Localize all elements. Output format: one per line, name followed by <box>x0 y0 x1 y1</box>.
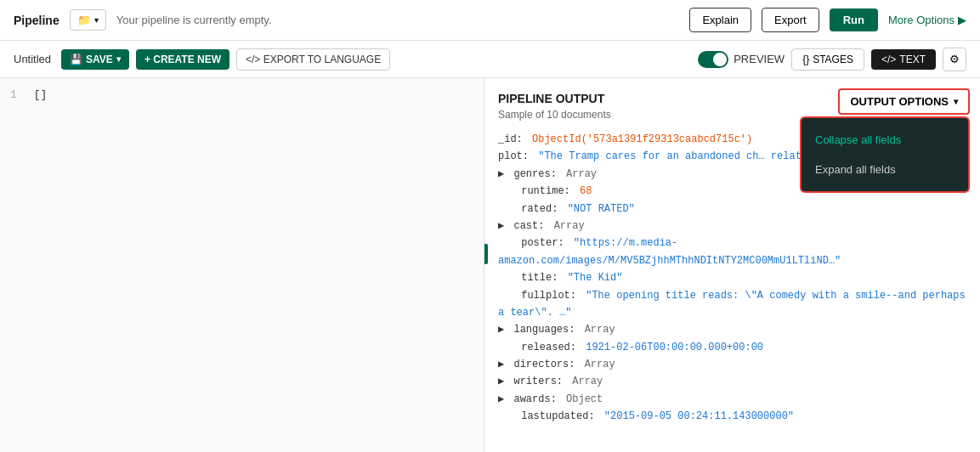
output-options-label: OUTPUT OPTIONS <box>850 95 949 108</box>
create-new-button[interactable]: + CREATE NEW <box>136 49 229 70</box>
field-released: released: 1921-02-06T00:00:00.000+00:00 <box>498 339 966 356</box>
second-toolbar: Untitled 💾 SAVE ▾ + CREATE NEW </> EXPOR… <box>0 41 980 78</box>
directors-arrow[interactable]: ▶ <box>498 359 504 370</box>
line-number-1: 1 <box>10 88 17 101</box>
title-key: title: <box>521 272 558 284</box>
untitled-label: Untitled <box>14 53 51 65</box>
text-label: TEXT <box>899 54 926 65</box>
green-bar <box>484 244 488 264</box>
save-chevron-icon: ▾ <box>116 54 121 64</box>
awards-arrow[interactable]: ▶ <box>498 393 504 405</box>
genres-arrow[interactable]: ▶ <box>498 168 504 180</box>
editor-line-1: 1 [] <box>10 88 473 101</box>
stages-label: STAGES <box>813 54 853 65</box>
folder-button[interactable]: 📁 ▾ <box>70 9 106 31</box>
save-icon: 💾 <box>70 54 82 65</box>
genres-value: Array <box>566 168 597 180</box>
field-awards: ▶ awards: Object <box>498 391 966 408</box>
explain-button[interactable]: Explain <box>689 8 751 32</box>
directors-value: Array <box>585 359 615 370</box>
writers-arrow[interactable]: ▶ <box>498 376 504 387</box>
top-toolbar: Pipeline 📁 ▾ Your pipeline is currently … <box>0 0 980 41</box>
id-value: ObjectId('573a1391f29313caabcd715c') <box>532 133 752 145</box>
output-options-button[interactable]: OUTPUT OPTIONS ▾ <box>838 88 970 115</box>
run-button[interactable]: Run <box>830 8 878 31</box>
cast-arrow[interactable]: ▶ <box>498 220 504 232</box>
pipeline-status: Your pipeline is currently empty. <box>116 14 680 26</box>
title-value: "The Kid" <box>568 272 623 284</box>
export-language-button[interactable]: </> EXPORT TO LANGUAGE <box>236 48 390 71</box>
preview-label: PREVIEW <box>734 53 785 65</box>
lastupdated-value: "2015-09-05 00:24:11.143000000" <box>604 410 794 422</box>
more-options-label: More Options <box>888 14 955 26</box>
preview-toggle-switch[interactable] <box>698 51 728 68</box>
text-button[interactable]: </> TEXT <box>871 49 936 70</box>
save-button[interactable]: 💾 SAVE ▾ <box>61 49 129 70</box>
gear-icon: ⚙ <box>949 53 960 65</box>
fullplot-key: fullplot: <box>521 290 576 302</box>
stages-button[interactable]: {} STAGES <box>791 48 864 71</box>
writers-value: Array <box>572 376 603 387</box>
languages-arrow[interactable]: ▶ <box>498 324 504 336</box>
save-label: SAVE <box>86 54 113 65</box>
folder-icon: 📁 <box>77 14 91 26</box>
collapse-all-fields-item[interactable]: Collapse all fields <box>802 125 968 155</box>
directors-key: directors: <box>513 359 575 370</box>
expand-all-fields-item[interactable]: Expand all fields <box>802 155 968 184</box>
writers-key: writers: <box>513 376 563 387</box>
chevron-down-icon: ▾ <box>94 15 99 25</box>
field-fullplot: fullplot: "The opening title reads: \"A … <box>498 287 966 322</box>
output-options-area: OUTPUT OPTIONS ▾ Collapse all fields Exp… <box>838 88 970 115</box>
cast-value: Array <box>554 220 585 232</box>
rated-value: "NOT RATED" <box>568 203 635 215</box>
output-options-chevron-icon: ▾ <box>954 97 958 106</box>
released-key: released: <box>521 342 576 353</box>
field-lastupdated: lastupdated: "2015-09-05 00:24:11.143000… <box>498 408 966 425</box>
more-options-button[interactable]: More Options ▶ <box>888 14 966 26</box>
field-languages: ▶ languages: Array <box>498 321 966 338</box>
languages-key: languages: <box>513 324 575 336</box>
rated-key: rated: <box>521 203 558 215</box>
text-code-icon: </> <box>881 54 896 65</box>
field-rated: rated: "NOT RATED" <box>498 201 966 218</box>
output-panel: PIPELINE OUTPUT Sample of 10 documents _… <box>484 78 980 452</box>
preview-toggle-area: PREVIEW <box>698 51 785 68</box>
field-cast: ▶ cast: Array <box>498 218 966 234</box>
awards-value: Object <box>566 393 603 405</box>
main-content: 1 [] PIPELINE OUTPUT Sample of 10 docume… <box>0 78 980 452</box>
pipeline-label: Pipeline <box>14 14 59 27</box>
id-key: _id: <box>498 133 523 145</box>
field-directors: ▶ directors: Array <box>498 356 966 373</box>
runtime-value: 68 <box>580 185 592 197</box>
field-writers: ▶ writers: Array <box>498 373 966 390</box>
genres-key: genres: <box>513 168 556 180</box>
editor-panel: 1 [] <box>0 78 484 452</box>
export-button[interactable]: Export <box>762 8 819 32</box>
cast-key: cast: <box>513 220 544 232</box>
poster-key: poster: <box>521 237 564 249</box>
output-options-dropdown: Collapse all fields Expand all fields <box>800 116 970 193</box>
released-value: 1921-02-06T00:00:00.000+00:00 <box>586 342 763 353</box>
stages-icon: {} <box>802 54 809 65</box>
field-title: title: "The Kid" <box>498 269 966 286</box>
lastupdated-key: lastupdated: <box>521 410 594 422</box>
settings-button[interactable]: ⚙ <box>943 48 966 71</box>
awards-key: awards: <box>513 393 556 405</box>
languages-value: Array <box>585 324 615 336</box>
runtime-key: runtime: <box>521 185 570 197</box>
chevron-right-icon: ▶ <box>958 14 966 26</box>
plot-value: "The Tramp cares for an abandoned ch… re… <box>538 150 844 162</box>
plot-key: plot: <box>498 150 529 162</box>
field-poster: poster: "https://m.media-amazon.com/imag… <box>498 234 966 269</box>
editor-content: [] <box>34 88 48 101</box>
